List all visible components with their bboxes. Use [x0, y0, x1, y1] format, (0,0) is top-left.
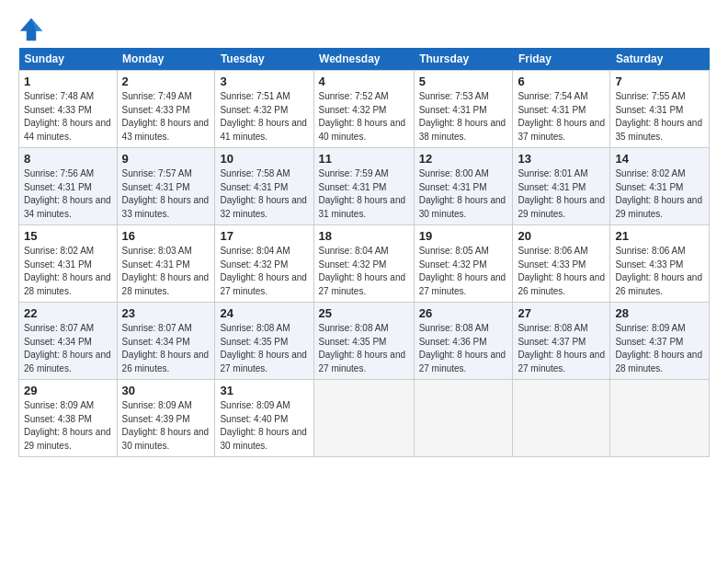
calendar-cell: 29 Sunrise: 8:09 AMSunset: 4:38 PMDaylig… — [19, 380, 118, 457]
day-number: 26 — [419, 306, 508, 320]
day-number: 6 — [518, 75, 605, 88]
day-number: 1 — [24, 75, 112, 88]
day-number: 23 — [122, 306, 210, 320]
calendar-cell: 9 Sunrise: 7:57 AMSunset: 4:31 PMDayligh… — [117, 148, 215, 225]
day-header-row: SundayMondayTuesdayWednesdayThursdayFrid… — [19, 48, 710, 71]
calendar-cell: 3 Sunrise: 7:51 AMSunset: 4:32 PMDayligh… — [215, 71, 313, 148]
calendar-cell: 1 Sunrise: 7:48 AMSunset: 4:33 PMDayligh… — [19, 71, 118, 148]
day-number: 8 — [24, 152, 112, 166]
week-row-4: 22 Sunrise: 8:07 AMSunset: 4:34 PMDaylig… — [19, 303, 710, 380]
day-number: 16 — [122, 229, 210, 243]
day-info: Sunrise: 7:59 AMSunset: 4:31 PMDaylight:… — [319, 168, 406, 219]
header — [18, 17, 710, 42]
calendar-cell: 13 Sunrise: 8:01 AMSunset: 4:31 PMDaylig… — [513, 148, 610, 225]
day-number: 29 — [24, 384, 112, 397]
day-number: 24 — [220, 306, 308, 320]
page: SundayMondayTuesdayWednesdayThursdayFrid… — [0, 0, 728, 466]
day-info: Sunrise: 8:06 AMSunset: 4:33 PMDaylight:… — [518, 246, 605, 296]
calendar-cell: 24 Sunrise: 8:08 AMSunset: 4:35 PMDaylig… — [215, 303, 313, 380]
day-info: Sunrise: 8:06 AMSunset: 4:33 PMDaylight:… — [615, 246, 702, 296]
day-number: 10 — [220, 152, 308, 166]
day-number: 9 — [122, 152, 210, 166]
day-header-saturday: Saturday — [610, 48, 710, 71]
day-info: Sunrise: 8:09 AMSunset: 4:39 PMDaylight:… — [122, 400, 210, 451]
day-number: 12 — [419, 152, 508, 166]
logo — [18, 17, 48, 42]
day-number: 17 — [220, 229, 308, 243]
day-info: Sunrise: 8:08 AMSunset: 4:37 PMDaylight:… — [518, 323, 605, 373]
calendar-cell: 11 Sunrise: 7:59 AMSunset: 4:31 PMDaylig… — [313, 148, 414, 225]
day-info: Sunrise: 8:07 AMSunset: 4:34 PMDaylight:… — [122, 323, 210, 373]
day-info: Sunrise: 8:02 AMSunset: 4:31 PMDaylight:… — [24, 246, 111, 296]
day-header-friday: Friday — [513, 48, 610, 71]
day-number: 20 — [518, 229, 605, 243]
week-row-1: 1 Sunrise: 7:48 AMSunset: 4:33 PMDayligh… — [19, 71, 710, 148]
calendar-cell — [313, 380, 414, 457]
day-info: Sunrise: 7:57 AMSunset: 4:31 PMDaylight:… — [122, 168, 210, 219]
calendar-cell: 23 Sunrise: 8:07 AMSunset: 4:34 PMDaylig… — [117, 303, 215, 380]
day-number: 2 — [122, 75, 210, 88]
calendar-cell: 22 Sunrise: 8:07 AMSunset: 4:34 PMDaylig… — [19, 303, 118, 380]
day-info: Sunrise: 8:02 AMSunset: 4:31 PMDaylight:… — [615, 168, 702, 219]
calendar-cell: 7 Sunrise: 7:55 AMSunset: 4:31 PMDayligh… — [610, 71, 710, 148]
day-info: Sunrise: 8:09 AMSunset: 4:40 PMDaylight:… — [220, 400, 307, 451]
day-info: Sunrise: 7:58 AMSunset: 4:31 PMDaylight:… — [220, 168, 307, 219]
day-header-wednesday: Wednesday — [313, 48, 414, 71]
day-number: 3 — [220, 75, 308, 88]
day-info: Sunrise: 8:01 AMSunset: 4:31 PMDaylight:… — [518, 168, 605, 219]
day-info: Sunrise: 8:08 AMSunset: 4:36 PMDaylight:… — [419, 323, 506, 373]
day-number: 4 — [319, 75, 409, 88]
calendar-cell: 2 Sunrise: 7:49 AMSunset: 4:33 PMDayligh… — [117, 71, 215, 148]
day-number: 28 — [615, 306, 704, 320]
calendar-cell: 20 Sunrise: 8:06 AMSunset: 4:33 PMDaylig… — [513, 225, 610, 303]
day-info: Sunrise: 8:04 AMSunset: 4:32 PMDaylight:… — [319, 246, 406, 296]
day-info: Sunrise: 8:00 AMSunset: 4:31 PMDaylight:… — [419, 168, 506, 219]
day-header-tuesday: Tuesday — [215, 48, 313, 71]
calendar-cell: 15 Sunrise: 8:02 AMSunset: 4:31 PMDaylig… — [19, 225, 118, 303]
calendar-cell: 26 Sunrise: 8:08 AMSunset: 4:36 PMDaylig… — [414, 303, 513, 380]
calendar-cell: 18 Sunrise: 8:04 AMSunset: 4:32 PMDaylig… — [313, 225, 414, 303]
week-row-3: 15 Sunrise: 8:02 AMSunset: 4:31 PMDaylig… — [19, 225, 710, 303]
day-number: 11 — [319, 152, 409, 166]
calendar-cell — [610, 380, 710, 457]
calendar-cell: 25 Sunrise: 8:08 AMSunset: 4:35 PMDaylig… — [313, 303, 414, 380]
calendar-cell: 19 Sunrise: 8:05 AMSunset: 4:32 PMDaylig… — [414, 225, 513, 303]
day-info: Sunrise: 8:07 AMSunset: 4:34 PMDaylight:… — [24, 323, 111, 373]
day-number: 5 — [419, 75, 508, 88]
calendar-cell: 12 Sunrise: 8:00 AMSunset: 4:31 PMDaylig… — [414, 148, 513, 225]
calendar-cell: 27 Sunrise: 8:08 AMSunset: 4:37 PMDaylig… — [513, 303, 610, 380]
calendar-cell: 28 Sunrise: 8:09 AMSunset: 4:37 PMDaylig… — [610, 303, 710, 380]
day-info: Sunrise: 7:55 AMSunset: 4:31 PMDaylight:… — [615, 91, 702, 142]
calendar-cell: 5 Sunrise: 7:53 AMSunset: 4:31 PMDayligh… — [414, 71, 513, 148]
calendar-cell: 6 Sunrise: 7:54 AMSunset: 4:31 PMDayligh… — [513, 71, 610, 148]
day-number: 21 — [615, 229, 704, 243]
day-info: Sunrise: 7:48 AMSunset: 4:33 PMDaylight:… — [24, 91, 111, 142]
logo-icon — [18, 17, 44, 42]
day-number: 25 — [319, 306, 409, 320]
calendar-cell: 16 Sunrise: 8:03 AMSunset: 4:31 PMDaylig… — [117, 225, 215, 303]
day-info: Sunrise: 8:05 AMSunset: 4:32 PMDaylight:… — [419, 246, 506, 296]
day-info: Sunrise: 8:04 AMSunset: 4:32 PMDaylight:… — [220, 246, 307, 296]
day-number: 13 — [518, 152, 605, 166]
day-number: 18 — [319, 229, 409, 243]
week-row-5: 29 Sunrise: 8:09 AMSunset: 4:38 PMDaylig… — [19, 380, 710, 457]
day-header-thursday: Thursday — [414, 48, 513, 71]
calendar-cell: 8 Sunrise: 7:56 AMSunset: 4:31 PMDayligh… — [19, 148, 118, 225]
day-number: 19 — [419, 229, 508, 243]
day-number: 7 — [615, 75, 704, 88]
calendar-cell — [513, 380, 610, 457]
day-info: Sunrise: 8:03 AMSunset: 4:31 PMDaylight:… — [122, 246, 210, 296]
day-info: Sunrise: 8:09 AMSunset: 4:37 PMDaylight:… — [615, 323, 702, 373]
day-info: Sunrise: 7:54 AMSunset: 4:31 PMDaylight:… — [518, 91, 605, 142]
day-info: Sunrise: 8:08 AMSunset: 4:35 PMDaylight:… — [220, 323, 307, 373]
calendar-cell: 21 Sunrise: 8:06 AMSunset: 4:33 PMDaylig… — [610, 225, 710, 303]
calendar-cell: 14 Sunrise: 8:02 AMSunset: 4:31 PMDaylig… — [610, 148, 710, 225]
calendar-table: SundayMondayTuesdayWednesdayThursdayFrid… — [18, 48, 710, 457]
calendar-cell: 30 Sunrise: 8:09 AMSunset: 4:39 PMDaylig… — [117, 380, 215, 457]
day-number: 14 — [615, 152, 704, 166]
day-number: 27 — [518, 306, 605, 320]
day-header-monday: Monday — [117, 48, 215, 71]
day-info: Sunrise: 7:53 AMSunset: 4:31 PMDaylight:… — [419, 91, 506, 142]
calendar-cell: 10 Sunrise: 7:58 AMSunset: 4:31 PMDaylig… — [215, 148, 313, 225]
day-info: Sunrise: 8:08 AMSunset: 4:35 PMDaylight:… — [319, 323, 406, 373]
